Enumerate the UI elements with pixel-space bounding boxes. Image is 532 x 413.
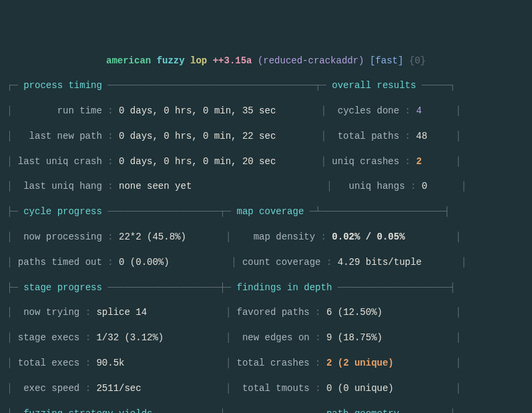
title-word2: fuzzy: [157, 55, 185, 66]
value-cycles-done: 4: [416, 105, 421, 116]
box-sep1: ├─ cycle progress ────────────────────┬─…: [7, 205, 525, 218]
value-favored-paths: 6 (12.50%): [326, 307, 382, 318]
title-version: ++3.15a: [213, 55, 252, 66]
row-now-trying: │ now trying : splice 14 │ favored paths…: [7, 306, 525, 319]
value-count-coverage: 4.29 bits/tuple: [338, 257, 422, 268]
label-count-coverage: count coverage: [242, 257, 321, 268]
value-total-paths: 48: [416, 131, 427, 141]
box-top: ┌─ process timing ──────────────────────…: [7, 79, 525, 92]
value-total-tmouts: 0 (0 unique): [326, 383, 394, 394]
title-prefix: american: [106, 55, 151, 66]
section-cycle-progress: cycle progress: [23, 206, 102, 217]
value-paths-timed-out: 0 (0.00%): [119, 257, 170, 268]
section-overall-results: overall results: [332, 80, 416, 91]
value-total-execs: 90.5k: [96, 358, 124, 368]
row-stage-execs: │ stage execs : 1/32 (3.12%) │ new edges…: [7, 332, 525, 344]
label-total-paths: total paths: [338, 131, 399, 141]
box-sep3: ├─ fuzzing strategy yields ───────────┴─…: [7, 408, 525, 414]
value-last-uniq-crash: 0 days, 0 hrs, 0 min, 20 sec: [119, 156, 276, 167]
row-last-uniq-crash: │ last uniq crash : 0 days, 0 hrs, 0 min…: [7, 155, 525, 168]
value-uniq-crashes: 2: [416, 156, 421, 167]
title-mode: [fast]: [370, 55, 403, 66]
row-paths-timed-out: │ paths timed out : 0 (0.00%) │ count co…: [7, 256, 525, 269]
row-now-processing: │ now processing : 22*2 (45.8%) │ map de…: [7, 231, 525, 244]
label-new-edges-on: new edges on: [242, 332, 310, 343]
label-now-trying: now trying: [23, 307, 79, 318]
row-run-time: │ run time : 0 days, 0 hrs, 0 min, 35 se…: [7, 105, 525, 117]
label-paths-timed-out: paths timed out: [18, 257, 102, 268]
label-last-new-path: last new path: [29, 131, 102, 141]
box-sep2: ├─ stage progress ────────────────────┼─…: [7, 282, 525, 294]
value-total-crashes: 2 (2 unique): [326, 358, 394, 368]
value-stage-execs: 1/32 (3.12%): [96, 332, 164, 343]
label-total-execs: total execs: [18, 358, 79, 368]
label-cycles-done: cycles done: [338, 105, 399, 116]
title-instance: {0}: [409, 55, 426, 66]
row-last-new-path: │ last new path : 0 days, 0 hrs, 0 min, …: [7, 130, 525, 143]
title-target: (reduced-crackaddr): [258, 55, 364, 66]
label-run-time: run time: [57, 105, 102, 116]
value-run-time: 0 days, 0 hrs, 0 min, 35 sec: [119, 105, 276, 116]
label-now-processing: now processing: [23, 232, 102, 242]
section-map-coverage: map coverage: [236, 206, 304, 217]
section-path-geometry: path geometry: [326, 408, 399, 414]
value-exec-speed: 2511/sec: [96, 383, 141, 394]
row-last-uniq-hang: │ last uniq hang : none seen yet │ uniq …: [7, 180, 525, 193]
label-uniq-crashes: uniq crashes: [332, 156, 399, 167]
title-bar: american fuzzy lop ++3.15a (reduced-crac…: [7, 55, 525, 67]
section-stage-progress: stage progress: [23, 282, 102, 293]
value-new-edges-on: 9 (18.75%): [326, 332, 382, 343]
section-findings-in-depth: findings in depth: [236, 282, 332, 293]
label-total-crashes: total crashes: [237, 358, 310, 368]
row-total-execs: │ total execs : 90.5k │ total crashes : …: [7, 357, 525, 370]
label-total-tmouts: total tmouts: [242, 383, 310, 394]
label-last-uniq-hang: last uniq hang: [23, 181, 102, 191]
label-stage-execs: stage execs: [18, 332, 79, 343]
value-map-density: 0.02% / 0.05%: [332, 232, 405, 242]
row-exec-speed: │ exec speed : 2511/sec │ total tmouts :…: [7, 382, 525, 395]
value-now-processing: 22*2 (45.8%): [119, 232, 186, 242]
label-uniq-hangs: uniq hangs: [349, 181, 405, 191]
label-last-uniq-crash: last uniq crash: [18, 156, 102, 167]
label-favored-paths: favored paths: [237, 307, 310, 318]
label-exec-speed: exec speed: [23, 383, 79, 394]
value-uniq-hangs: 0: [422, 181, 427, 191]
section-fuzzing-strategy-yields: fuzzing strategy yields: [23, 408, 152, 414]
value-now-trying: splice 14: [96, 307, 147, 318]
title-word3: lop: [190, 55, 207, 66]
label-map-density: map density: [254, 232, 315, 242]
section-process-timing: process timing: [23, 80, 102, 91]
value-last-uniq-hang: none seen yet: [119, 181, 192, 191]
value-last-new-path: 0 days, 0 hrs, 0 min, 22 sec: [119, 131, 276, 141]
